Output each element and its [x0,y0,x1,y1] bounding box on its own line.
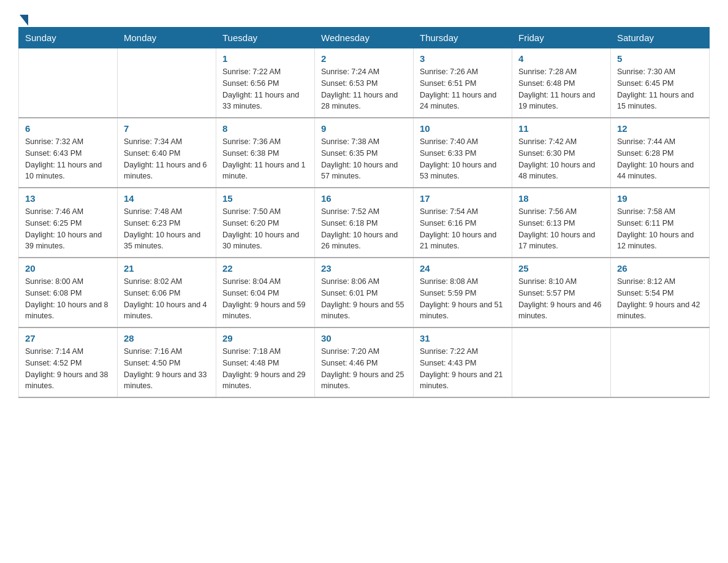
day-number: 28 [124,333,210,343]
day-info: Sunrise: 7:14 AMSunset: 4:52 PMDaylight:… [25,347,108,390]
calendar-day-cell: 31 Sunrise: 7:22 AMSunset: 4:43 PMDaylig… [414,327,512,397]
calendar-day-cell: 2 Sunrise: 7:24 AMSunset: 6:53 PMDayligh… [315,48,414,118]
day-info: Sunrise: 8:02 AMSunset: 6:06 PMDaylight:… [124,277,207,320]
calendar-day-cell: 7 Sunrise: 7:34 AMSunset: 6:40 PMDayligh… [118,118,216,188]
calendar-day-cell: 6 Sunrise: 7:32 AMSunset: 6:43 PMDayligh… [19,118,118,188]
day-info: Sunrise: 7:40 AMSunset: 6:33 PMDaylight:… [420,137,496,180]
calendar-day-cell: 11 Sunrise: 7:42 AMSunset: 6:30 PMDaylig… [512,118,611,188]
day-info: Sunrise: 7:22 AMSunset: 6:56 PMDaylight:… [222,67,299,110]
calendar-day-cell: 22 Sunrise: 8:04 AMSunset: 6:04 PMDaylig… [216,258,315,327]
calendar-day-cell: 23 Sunrise: 8:06 AMSunset: 6:01 PMDaylig… [315,258,414,327]
day-number: 29 [222,333,308,343]
day-info: Sunrise: 7:24 AMSunset: 6:53 PMDaylight:… [321,67,398,110]
day-number: 14 [124,193,210,204]
calendar-day-cell: 28 Sunrise: 7:16 AMSunset: 4:50 PMDaylig… [118,327,216,397]
day-info: Sunrise: 7:34 AMSunset: 6:40 PMDaylight:… [124,137,207,180]
day-number: 12 [617,123,703,134]
day-number: 1 [222,53,308,64]
calendar-day-cell: 17 Sunrise: 7:54 AMSunset: 6:16 PMDaylig… [414,188,512,258]
calendar-day-cell: 12 Sunrise: 7:44 AMSunset: 6:28 PMDaylig… [611,118,710,188]
day-info: Sunrise: 7:26 AMSunset: 6:51 PMDaylight:… [420,67,496,110]
calendar-week-row: 1 Sunrise: 7:22 AMSunset: 6:56 PMDayligh… [19,48,710,118]
day-info: Sunrise: 8:12 AMSunset: 5:54 PMDaylight:… [617,277,700,320]
calendar-day-cell: 3 Sunrise: 7:26 AMSunset: 6:51 PMDayligh… [414,48,512,118]
calendar-day-cell: 5 Sunrise: 7:30 AMSunset: 6:45 PMDayligh… [611,48,710,118]
day-info: Sunrise: 7:38 AMSunset: 6:35 PMDaylight:… [321,137,398,180]
day-number: 13 [25,193,111,204]
calendar-day-cell: 25 Sunrise: 8:10 AMSunset: 5:57 PMDaylig… [512,258,611,327]
calendar-day-cell: 10 Sunrise: 7:40 AMSunset: 6:33 PMDaylig… [414,118,512,188]
day-number: 22 [222,263,308,274]
day-info: Sunrise: 7:32 AMSunset: 6:43 PMDaylight:… [25,137,102,180]
day-info: Sunrise: 7:56 AMSunset: 6:13 PMDaylight:… [518,207,595,250]
day-info: Sunrise: 7:46 AMSunset: 6:25 PMDaylight:… [25,207,102,250]
day-info: Sunrise: 7:58 AMSunset: 6:11 PMDaylight:… [617,207,694,250]
day-number: 26 [617,263,703,274]
calendar-day-cell: 4 Sunrise: 7:28 AMSunset: 6:48 PMDayligh… [512,48,611,118]
calendar-day-cell: 24 Sunrise: 8:08 AMSunset: 5:59 PMDaylig… [414,258,512,327]
calendar-day-cell: 19 Sunrise: 7:58 AMSunset: 6:11 PMDaylig… [611,188,710,258]
day-number: 23 [321,263,407,274]
calendar-header-saturday: Saturday [611,28,710,48]
day-info: Sunrise: 7:22 AMSunset: 4:43 PMDaylight:… [420,347,503,390]
day-info: Sunrise: 7:18 AMSunset: 4:48 PMDaylight:… [222,347,306,390]
day-number: 6 [25,123,111,134]
day-number: 5 [617,53,703,64]
calendar-day-cell: 26 Sunrise: 8:12 AMSunset: 5:54 PMDaylig… [611,258,710,327]
day-number: 24 [420,263,506,274]
calendar-day-cell [118,48,216,118]
day-info: Sunrise: 8:10 AMSunset: 5:57 PMDaylight:… [518,277,602,320]
day-info: Sunrise: 7:54 AMSunset: 6:16 PMDaylight:… [420,207,496,250]
day-number: 3 [420,53,506,64]
calendar-day-cell [19,48,118,118]
calendar-day-cell: 8 Sunrise: 7:36 AMSunset: 6:38 PMDayligh… [216,118,315,188]
calendar-day-cell: 1 Sunrise: 7:22 AMSunset: 6:56 PMDayligh… [216,48,315,118]
day-info: Sunrise: 8:00 AMSunset: 6:08 PMDaylight:… [25,277,108,320]
calendar-week-row: 6 Sunrise: 7:32 AMSunset: 6:43 PMDayligh… [19,118,710,188]
day-number: 10 [420,123,506,134]
calendar-header-thursday: Thursday [414,28,512,48]
calendar-header-row: SundayMondayTuesdayWednesdayThursdayFrid… [19,28,710,48]
day-number: 2 [321,53,407,64]
logo-arrow-icon [20,15,28,26]
day-info: Sunrise: 7:48 AMSunset: 6:23 PMDaylight:… [124,207,200,250]
calendar-header-tuesday: Tuesday [216,28,315,48]
page-header [18,12,710,21]
calendar-header-friday: Friday [512,28,611,48]
day-number: 16 [321,193,407,204]
day-info: Sunrise: 8:08 AMSunset: 5:59 PMDaylight:… [420,277,503,320]
day-info: Sunrise: 7:36 AMSunset: 6:38 PMDaylight:… [222,137,306,180]
calendar-day-cell: 13 Sunrise: 7:46 AMSunset: 6:25 PMDaylig… [19,188,118,258]
day-info: Sunrise: 7:28 AMSunset: 6:48 PMDaylight:… [518,67,595,110]
calendar-header-sunday: Sunday [19,28,118,48]
day-number: 9 [321,123,407,134]
day-number: 31 [420,333,506,343]
calendar-day-cell: 9 Sunrise: 7:38 AMSunset: 6:35 PMDayligh… [315,118,414,188]
calendar-day-cell: 15 Sunrise: 7:50 AMSunset: 6:20 PMDaylig… [216,188,315,258]
day-number: 21 [124,263,210,274]
day-number: 8 [222,123,308,134]
day-info: Sunrise: 7:42 AMSunset: 6:30 PMDaylight:… [518,137,595,180]
day-number: 18 [518,193,604,204]
day-info: Sunrise: 7:30 AMSunset: 6:45 PMDaylight:… [617,67,694,110]
day-number: 27 [25,333,111,343]
day-number: 25 [518,263,604,274]
calendar-day-cell: 14 Sunrise: 7:48 AMSunset: 6:23 PMDaylig… [118,188,216,258]
calendar-day-cell: 30 Sunrise: 7:20 AMSunset: 4:46 PMDaylig… [315,327,414,397]
calendar-week-row: 13 Sunrise: 7:46 AMSunset: 6:25 PMDaylig… [19,188,710,258]
day-info: Sunrise: 8:06 AMSunset: 6:01 PMDaylight:… [321,277,404,320]
day-number: 4 [518,53,604,64]
day-number: 15 [222,193,308,204]
day-info: Sunrise: 7:44 AMSunset: 6:28 PMDaylight:… [617,137,694,180]
calendar-week-row: 20 Sunrise: 8:00 AMSunset: 6:08 PMDaylig… [19,258,710,327]
calendar-header-wednesday: Wednesday [315,28,414,48]
calendar-day-cell: 29 Sunrise: 7:18 AMSunset: 4:48 PMDaylig… [216,327,315,397]
logo [18,12,28,21]
day-number: 30 [321,333,407,343]
calendar-table: SundayMondayTuesdayWednesdayThursdayFrid… [18,27,710,398]
calendar-day-cell [512,327,611,397]
day-number: 20 [25,263,111,274]
calendar-day-cell [611,327,710,397]
calendar-day-cell: 16 Sunrise: 7:52 AMSunset: 6:18 PMDaylig… [315,188,414,258]
day-info: Sunrise: 7:16 AMSunset: 4:50 PMDaylight:… [124,347,207,390]
